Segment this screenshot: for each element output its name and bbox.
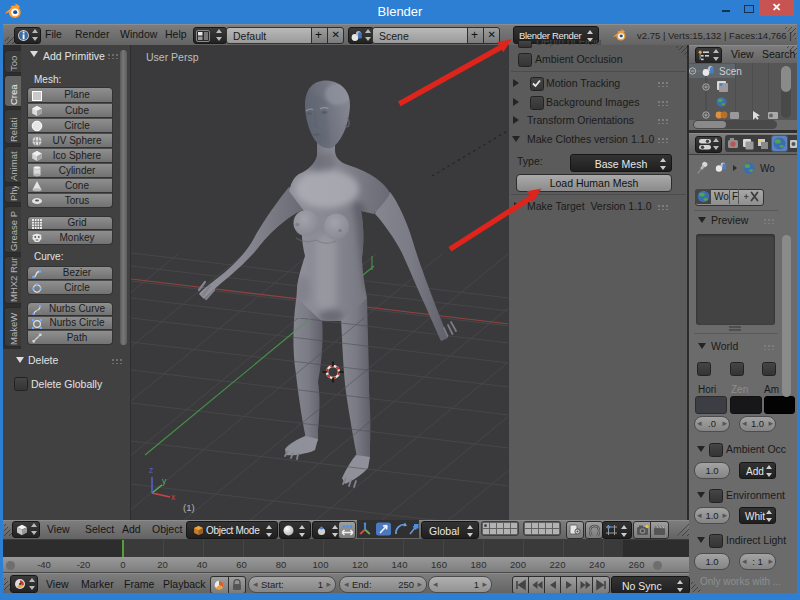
svg-text:z: z bbox=[149, 465, 153, 475]
svg-text:Wo: Wo bbox=[760, 163, 775, 174]
svg-text:x: x bbox=[171, 492, 176, 502]
svg-text:User Persp: User Persp bbox=[146, 51, 199, 63]
svg-text:Scen: Scen bbox=[719, 66, 742, 77]
svg-text:(1): (1) bbox=[183, 502, 195, 513]
